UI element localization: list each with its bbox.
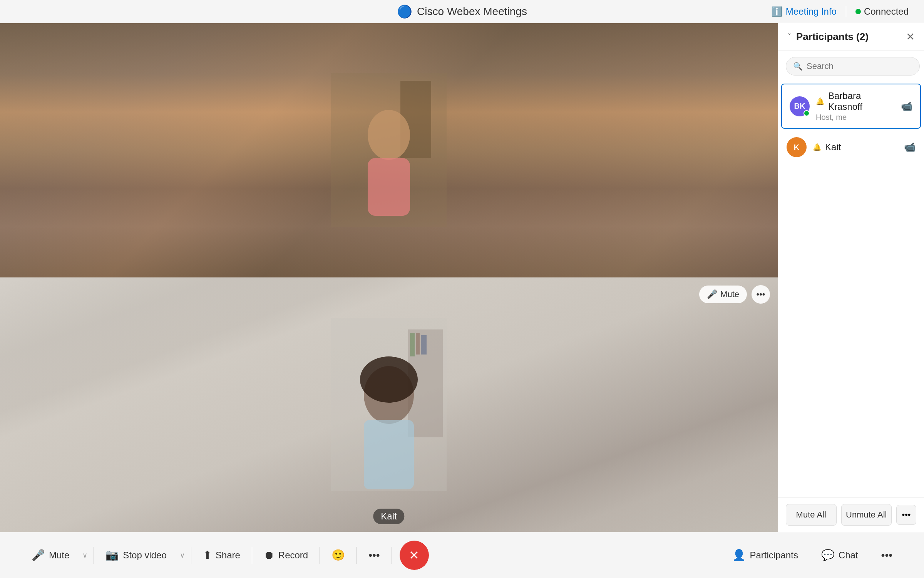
toolbar-right-section: 👤 Participants 💬 Chat ••• — [724, 543, 901, 567]
footer-more-button[interactable]: ••• — [896, 505, 916, 525]
avatar-initials-kait: K — [794, 143, 799, 152]
more-dots-icon: ••• — [902, 510, 911, 520]
panel-footer: Mute All Unmute All ••• — [778, 497, 924, 532]
more-right-icon: ••• — [881, 549, 892, 561]
toolbar-left-section: 🎤 Mute ∨ 📷 Stop video ∨ ⬆ Share ⏺ Record — [23, 541, 429, 570]
participant-info-kait: 🔔 Kait — [813, 142, 898, 153]
chat-label: Chat — [839, 550, 858, 561]
end-call-button[interactable]: ✕ — [400, 541, 429, 570]
participants-list: BK 🔔 Barbara Krasnoff Host, me 📹 K — [778, 82, 924, 497]
search-input[interactable] — [807, 61, 912, 71]
mic-icon-kait: 🔔 — [813, 143, 821, 151]
mute-overlay-label: Mute — [720, 289, 739, 299]
meeting-info-button[interactable]: ℹ️ Meeting Info — [771, 6, 837, 17]
more-options-button[interactable]: ••• — [360, 544, 388, 567]
meeting-info-label: Meeting Info — [786, 6, 837, 17]
connected-label: Connected — [864, 6, 909, 17]
participant-info-barbara: 🔔 Barbara Krasnoff Host, me — [816, 91, 895, 122]
bottom-toolbar: 🎤 Mute ∨ 📷 Stop video ∨ ⬆ Share ⏺ Record — [0, 532, 924, 578]
participant-name-kait: 🔔 Kait — [813, 142, 898, 153]
connected-dot-icon — [855, 9, 861, 14]
toolbar-separator-1 — [94, 547, 94, 564]
panel-title-row: ˅ Participants (2) — [787, 31, 869, 43]
kait-video-label: Kait — [373, 509, 404, 524]
panel-close-button[interactable]: ✕ — [906, 32, 915, 42]
connection-status: Connected — [855, 6, 909, 17]
top-bar-right: ℹ️ Meeting Info Connected — [771, 6, 909, 17]
more-right-button[interactable]: ••• — [873, 544, 901, 567]
barbara-video-placeholder — [331, 73, 447, 227]
toolbar-separator-3 — [252, 547, 252, 564]
mute-chevron-icon: ∨ — [82, 551, 87, 560]
mic-icon: 🎤 — [32, 549, 45, 561]
svg-rect-8 — [421, 335, 427, 355]
divider — [846, 6, 846, 17]
reactions-icon: 🙂 — [331, 549, 345, 561]
search-icon: 🔍 — [793, 62, 803, 71]
svg-rect-7 — [416, 333, 420, 355]
participants-panel: ˅ Participants (2) ✕ 🔍 ≡ BK — [778, 23, 924, 532]
stop-video-button[interactable]: 📷 Stop video — [97, 543, 175, 567]
ellipsis-icon: ••• — [756, 289, 765, 299]
chat-button[interactable]: 💬 Chat — [813, 543, 867, 567]
video-area: 🎤 Mute ••• Kait — [0, 23, 778, 532]
kait-video-controls: 🎤 Mute ••• — [699, 285, 770, 304]
avatar-kait: K — [787, 137, 807, 157]
record-icon: ⏺ — [264, 549, 275, 561]
mute-chevron-button[interactable]: ∨ — [79, 546, 90, 565]
unmute-all-button[interactable]: Unmute All — [841, 504, 892, 526]
info-icon: ℹ️ — [771, 6, 783, 17]
main-content: 🎤 Mute ••• Kait ˅ Participants (2) ✕ — [0, 23, 924, 532]
video-panel-barbara — [0, 23, 778, 277]
end-call-icon: ✕ — [409, 548, 419, 563]
share-button[interactable]: ⬆ Share — [194, 543, 249, 567]
chat-icon: 💬 — [821, 549, 835, 561]
mic-icon: 🎤 — [707, 289, 717, 299]
toolbar-separator-5 — [357, 547, 357, 564]
app-title-area: 🔵 Cisco Webex Meetings — [397, 4, 527, 19]
participant-item-barbara[interactable]: BK 🔔 Barbara Krasnoff Host, me 📹 — [781, 84, 921, 129]
reactions-button[interactable]: 🙂 — [323, 543, 353, 567]
top-bar: 🔵 Cisco Webex Meetings ℹ️ Meeting Info C… — [0, 0, 924, 23]
search-bar: 🔍 ≡ — [778, 51, 924, 82]
kait-video-placeholder — [331, 318, 447, 491]
svg-point-11 — [360, 356, 418, 403]
participant-item-kait[interactable]: K 🔔 Kait 📹 — [778, 130, 924, 164]
collapse-icon[interactable]: ˅ — [787, 32, 792, 42]
video-panel-kait: 🎤 Mute ••• Kait — [0, 277, 778, 532]
mute-all-button[interactable]: Mute All — [786, 504, 837, 526]
share-icon: ⬆ — [203, 549, 212, 561]
participant-role-barbara: Host, me — [816, 113, 895, 122]
participants-icon: 👤 — [732, 549, 746, 561]
panel-title: Participants (2) — [796, 31, 869, 43]
video-chevron-icon: ∨ — [180, 551, 185, 560]
kait-mute-button[interactable]: 🎤 Mute — [699, 286, 747, 303]
record-label: Record — [278, 550, 308, 561]
video-chevron-button[interactable]: ∨ — [177, 546, 188, 565]
toolbar-separator-6 — [392, 547, 392, 564]
participant-name-barbara: 🔔 Barbara Krasnoff — [816, 91, 895, 112]
toolbar-separator-4 — [320, 547, 320, 564]
app-title: Cisco Webex Meetings — [417, 5, 527, 18]
video-icon-kait: 📹 — [904, 142, 916, 153]
toolbar-separator-2 — [191, 547, 191, 564]
stop-video-label: Stop video — [123, 550, 166, 561]
svg-rect-10 — [364, 420, 414, 489]
avatar-status-icon — [803, 110, 810, 116]
record-button[interactable]: ⏺ Record — [255, 543, 316, 567]
more-icon: ••• — [368, 549, 380, 561]
svg-rect-6 — [410, 333, 415, 356]
kait-more-button[interactable]: ••• — [752, 285, 770, 304]
mute-button[interactable]: 🎤 Mute — [23, 543, 78, 567]
search-input-wrapper: 🔍 — [786, 57, 920, 76]
svg-rect-3 — [368, 158, 410, 216]
avatar-initials-barbara: BK — [794, 102, 805, 111]
video-icon-barbara: 📹 — [901, 101, 912, 112]
participants-button[interactable]: 👤 Participants — [724, 543, 806, 567]
mic-icon-barbara: 🔔 — [816, 97, 824, 106]
avatar-barbara: BK — [790, 96, 810, 116]
share-label: Share — [216, 550, 240, 561]
camera-icon: 📷 — [105, 549, 119, 561]
webex-logo-icon: 🔵 — [397, 4, 412, 19]
participants-label: Participants — [750, 550, 798, 561]
